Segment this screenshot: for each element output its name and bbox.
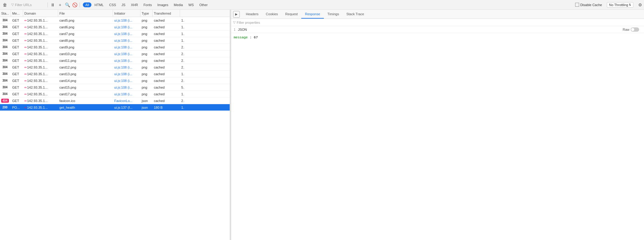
initiator-link[interactable]: ui.js:108 (i... — [114, 92, 132, 96]
header-status[interactable]: Sta... — [0, 10, 11, 17]
raw-toggle[interactable]: Raw — [623, 27, 642, 32]
tab-html[interactable]: HTML — [92, 2, 106, 7]
play-icon: ▶ — [235, 12, 238, 16]
no-throttling-label: No Throttling — [609, 3, 628, 7]
initiator-link[interactable]: ui.js:108 (i... — [114, 32, 132, 36]
extra-cell: 1 — [180, 39, 184, 42]
json-value: 67 — [254, 36, 258, 39]
initiator-link[interactable]: ui.js:108 (i... — [114, 45, 132, 49]
table-row[interactable]: 304GET✏142.93.35.1...card13.pngui.js:108… — [0, 71, 230, 77]
table-row[interactable]: 304GET✏142.93.35.1...card11.pngui.js:108… — [0, 57, 230, 64]
add-button[interactable]: + — [57, 2, 63, 8]
tab-cookies[interactable]: Cookies — [262, 10, 282, 19]
header-file[interactable]: File — [58, 10, 113, 17]
table-row[interactable]: 304GET✏142.93.35.1...card15.pngui.js:108… — [0, 84, 230, 91]
play-icon-button[interactable]: ▶ — [233, 11, 240, 18]
initiator-link[interactable]: ui.js:108 (i... — [114, 59, 132, 62]
initiator-link[interactable]: ui.js:108 (i... — [114, 39, 132, 42]
pause-button[interactable]: ⏸ — [50, 2, 56, 8]
block-button[interactable]: 🚫 — [72, 2, 78, 8]
header-type[interactable]: Type — [140, 10, 153, 17]
search-button[interactable]: 🔍 — [64, 2, 70, 8]
transferred-cell: cached — [153, 59, 180, 62]
disable-cache-checkbox[interactable] — [575, 3, 579, 7]
domain-cell: ✏142.93.35.1... — [23, 19, 58, 22]
method-cell: GET — [11, 45, 23, 49]
table-row[interactable]: 404GET✏142.93.35.1...favicon.icoFaviconL… — [0, 97, 230, 104]
method-cell: GET — [11, 65, 23, 69]
initiator-link[interactable]: ui.js:108 (i... — [114, 86, 132, 89]
table-row[interactable]: 304GET✏142.93.35.1...card17.pngui.js:108… — [0, 91, 230, 97]
table-row[interactable]: 200PO...✏142.93.35.1...get_healthui.js:1… — [0, 104, 230, 111]
status-badge: 404 — [1, 99, 9, 103]
tab-headers[interactable]: Headers — [242, 10, 262, 19]
pencil-icon: ✏ — [24, 86, 27, 89]
tab-media[interactable]: Media — [171, 2, 185, 7]
clear-button[interactable]: 🗑 — [2, 2, 8, 8]
tab-all[interactable]: All — [83, 2, 91, 7]
tab-timings[interactable]: Timings — [324, 10, 343, 19]
initiator-link[interactable]: ui.js:108 (i... — [114, 52, 132, 56]
type-cell: png — [140, 79, 153, 83]
tab-css[interactable]: CSS — [107, 2, 119, 7]
settings-gear-icon[interactable]: ⚙ — [638, 2, 642, 7]
table-row[interactable]: 304GET✏142.93.35.1...card8.pngui.js:108 … — [0, 37, 230, 44]
initiator-link[interactable]: ui.js:108 (i... — [114, 72, 132, 76]
extra-cell: 2 — [180, 45, 184, 49]
header-method[interactable]: Me... — [11, 10, 23, 17]
table-row[interactable]: 304GET✏142.93.35.1...card12.pngui.js:108… — [0, 64, 230, 71]
method-cell: GET — [11, 72, 23, 76]
tab-js[interactable]: JS — [119, 2, 128, 7]
pencil-icon: ✏ — [24, 19, 27, 22]
method-cell: GET — [11, 52, 23, 56]
initiator-link[interactable]: ui.js:108 (i... — [114, 79, 132, 83]
type-cell: png — [140, 45, 153, 49]
method-cell: GET — [11, 19, 23, 22]
extra-cell: 1 — [180, 19, 184, 22]
domain-cell: ✏142.93.35.1... — [23, 25, 58, 29]
initiator-link[interactable]: ui.js:108 (i... — [114, 19, 132, 22]
pencil-icon: ✏ — [24, 39, 27, 42]
tab-stack-trace[interactable]: Stack Trace — [343, 10, 368, 19]
tab-other[interactable]: Other — [197, 2, 210, 7]
raw-toggle-switch[interactable] — [631, 27, 639, 32]
header-domain[interactable]: Domain — [23, 10, 58, 17]
table-row[interactable]: 304GET✏142.93.35.1...card10.pngui.js:108… — [0, 51, 230, 57]
file-cell: card11.png — [58, 59, 113, 62]
type-cell: json — [140, 99, 153, 103]
tab-request[interactable]: Request — [281, 10, 301, 19]
tab-xhr[interactable]: XHR — [129, 2, 140, 7]
table-body[interactable]: 304GET✏142.93.35.1...card5.pngui.js:108 … — [0, 17, 230, 240]
file-cell: get_health — [58, 106, 113, 109]
extra-cell: 1 — [180, 25, 184, 29]
initiator-link[interactable]: ui.js:137 (f... — [114, 106, 133, 109]
initiator-cell: ui.js:108 (i... — [113, 92, 140, 96]
tab-response[interactable]: Response — [301, 10, 324, 19]
table-row[interactable]: 304GET✏142.93.35.1...card9.pngui.js:108 … — [0, 44, 230, 51]
status-badge: 304 — [1, 65, 9, 69]
header-initiator[interactable]: Initiator — [113, 10, 140, 17]
no-throttling-dropdown[interactable]: No Throttling ⇅ — [607, 2, 633, 8]
initiator-cell: ui.js:108 (i... — [113, 19, 140, 22]
table-row[interactable]: 304GET✏142.93.35.1...card6.pngui.js:108 … — [0, 24, 230, 30]
disable-cache-toggle[interactable]: Disable Cache — [575, 3, 602, 7]
raw-label: Raw — [623, 28, 629, 31]
filter-urls-input[interactable]: ▽ Filter URLs — [9, 2, 46, 8]
table-row[interactable]: 304GET✏142.93.35.1...card14.pngui.js:108… — [0, 77, 230, 84]
table-row[interactable]: 304GET✏142.93.35.1...card5.pngui.js:108 … — [0, 17, 230, 24]
header-transferred[interactable]: Transferred — [153, 10, 180, 17]
tab-fonts[interactable]: Fonts — [141, 2, 154, 7]
tab-ws[interactable]: WS — [186, 2, 196, 7]
json-label: JSON — [238, 28, 247, 31]
file-cell: card5.png — [58, 19, 113, 22]
tab-images[interactable]: Images — [155, 2, 171, 7]
initiator-link[interactable]: FaviconLo... — [114, 99, 133, 103]
initiator-link[interactable]: ui.js:108 (i... — [114, 25, 132, 29]
file-cell: card15.png — [58, 86, 113, 89]
method-cell: GET — [11, 92, 23, 96]
initiator-cell: ui.js:108 (i... — [113, 52, 140, 56]
file-cell: card8.png — [58, 39, 113, 42]
initiator-link[interactable]: ui.js:108 (i... — [114, 65, 132, 69]
table-row[interactable]: 304GET✏142.93.35.1...card7.pngui.js:108 … — [0, 30, 230, 37]
pencil-icon: ✏ — [24, 93, 27, 96]
